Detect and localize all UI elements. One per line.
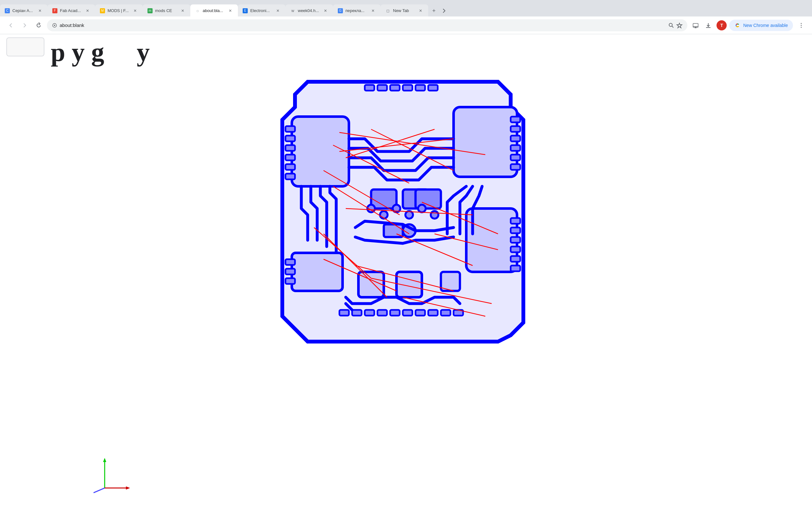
svg-rect-35 (511, 164, 520, 170)
svg-rect-33 (511, 145, 520, 151)
new-chrome-button[interactable]: New Chrome available (729, 20, 793, 31)
tab-favicon-6: E (243, 8, 248, 13)
tab-favicon-2: F (52, 8, 57, 13)
svg-line-92 (94, 488, 105, 493)
tab-electronics[interactable]: E Electroni... ✕ (238, 4, 286, 16)
tab-title-9: New Tab (393, 8, 415, 13)
svg-rect-56 (377, 310, 387, 316)
tab-mods[interactable]: M MODS | F... ✕ (95, 4, 143, 16)
svg-point-2 (669, 23, 672, 26)
tab-about-blank[interactable]: ○ about:bla... ✕ (190, 4, 238, 16)
tab-favicon-4: m (148, 8, 153, 13)
page-inner: p y g y (0, 34, 812, 507)
svg-point-15 (801, 26, 802, 27)
tab-fabacad[interactable]: F Fab Acad... ✕ (48, 4, 95, 16)
tab-title-8: перекла... (345, 8, 368, 13)
svg-rect-41 (511, 228, 520, 233)
svg-rect-49 (286, 278, 295, 284)
tab-title-2: Fab Acad... (60, 8, 82, 13)
tab-close-9[interactable]: ✕ (418, 8, 423, 14)
tab-title-3: MODS | F... (107, 8, 130, 13)
page-heading: p y g y (51, 38, 150, 67)
svg-rect-19 (286, 145, 295, 151)
new-tab-button[interactable]: + (429, 6, 438, 15)
tab-favicon-8: G (338, 8, 343, 13)
tab-favicon-5: ○ (195, 8, 200, 13)
toolbar: about:blank (0, 16, 812, 34)
svg-point-1 (54, 25, 55, 26)
tab-week04[interactable]: w week04.h... ✕ (286, 4, 333, 16)
tab-overflow-button[interactable] (440, 6, 449, 15)
tab-favicon-1: С (5, 8, 10, 13)
svg-rect-21 (286, 164, 295, 170)
coordinate-axes (92, 456, 130, 494)
pcb-canvas (276, 75, 536, 345)
tab-mods-ce[interactable]: m mods CE ✕ (143, 4, 190, 16)
reload-button[interactable] (33, 20, 44, 31)
svg-rect-48 (286, 269, 295, 274)
new-chrome-label: New Chrome available (743, 23, 788, 28)
bookmark-icon[interactable] (676, 22, 682, 28)
svg-rect-29 (454, 107, 517, 177)
tab-title-4: mods CE (155, 8, 177, 13)
svg-point-68 (431, 211, 438, 219)
tab-close-1[interactable]: ✕ (37, 8, 43, 14)
svg-rect-59 (415, 310, 425, 316)
tab-title-1: Серіан А... (12, 8, 35, 13)
tab-close-2[interactable]: ✕ (85, 8, 90, 14)
svg-rect-30 (511, 117, 520, 122)
tab-close-7[interactable]: ✕ (322, 8, 328, 14)
more-button[interactable] (796, 20, 807, 31)
tab-translate[interactable]: G перекла... ✕ (333, 4, 380, 16)
tab-favicon-3: M (100, 8, 105, 13)
svg-rect-53 (339, 310, 349, 316)
svg-rect-22 (286, 174, 295, 179)
svg-rect-20 (286, 155, 295, 160)
forward-button[interactable] (19, 20, 31, 31)
search-icon (668, 22, 674, 28)
svg-point-13 (801, 23, 802, 24)
tab-title-5: about:bla... (203, 8, 225, 13)
svg-rect-18 (286, 135, 295, 141)
svg-rect-25 (390, 85, 400, 91)
svg-rect-26 (403, 85, 412, 91)
tab-close-8[interactable]: ✕ (370, 8, 376, 14)
address-bar[interactable]: about:blank (47, 19, 687, 32)
svg-rect-43 (511, 246, 520, 252)
svg-rect-46 (292, 253, 343, 291)
svg-rect-44 (511, 256, 520, 262)
profile-button[interactable]: T (716, 20, 727, 31)
svg-rect-58 (403, 310, 412, 316)
svg-rect-60 (428, 310, 438, 316)
svg-rect-31 (511, 126, 520, 132)
download-icon[interactable] (703, 20, 714, 31)
svg-rect-23 (365, 85, 374, 91)
svg-rect-61 (441, 310, 450, 316)
svg-rect-42 (511, 237, 520, 243)
tab-close-3[interactable]: ✕ (132, 8, 138, 14)
svg-rect-28 (428, 85, 438, 91)
tab-close-5[interactable]: ✕ (227, 8, 233, 14)
svg-rect-47 (286, 259, 295, 265)
media-router-icon[interactable] (690, 20, 701, 31)
svg-marker-91 (126, 487, 130, 490)
svg-marker-4 (677, 23, 682, 28)
svg-rect-54 (352, 310, 362, 316)
svg-rect-55 (365, 310, 374, 316)
browser-frame: С Серіан А... ✕ F Fab Acad... ✕ M MODS |… (0, 0, 812, 507)
back-button[interactable] (5, 20, 16, 31)
tab-serian[interactable]: С Серіан А... ✕ (0, 4, 48, 16)
tab-favicon-9: ◻ (386, 8, 391, 13)
svg-point-64 (380, 211, 388, 219)
svg-marker-89 (103, 458, 106, 462)
top-left-button[interactable] (6, 38, 44, 56)
tab-newtab[interactable]: ◻ New Tab ✕ (380, 4, 428, 16)
svg-rect-17 (286, 126, 295, 132)
svg-rect-24 (377, 85, 387, 91)
svg-point-12 (737, 24, 739, 26)
tab-title-7: week04.h... (298, 8, 320, 13)
toolbar-icons (690, 20, 714, 31)
tab-close-6[interactable]: ✕ (275, 8, 281, 14)
tab-close-4[interactable]: ✕ (180, 8, 186, 14)
svg-rect-45 (511, 266, 520, 271)
